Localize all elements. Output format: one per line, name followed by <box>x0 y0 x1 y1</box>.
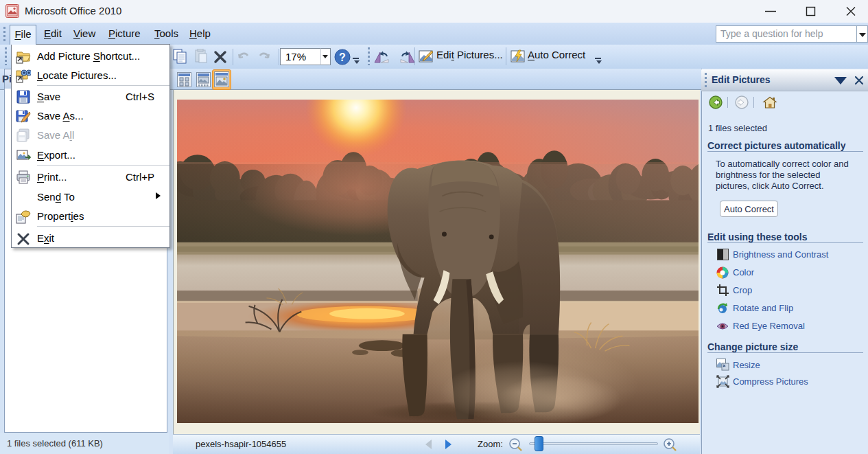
svg-text:?: ? <box>339 52 346 63</box>
